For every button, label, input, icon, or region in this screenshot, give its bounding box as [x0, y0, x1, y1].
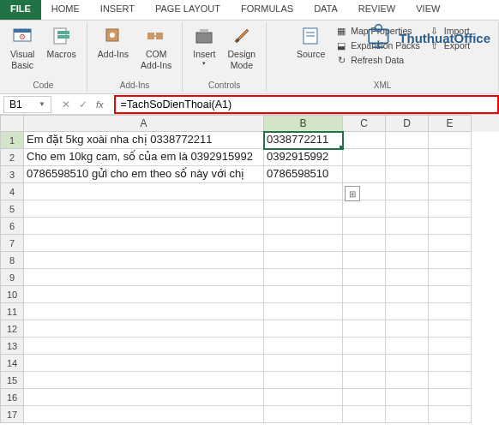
- row-header[interactable]: 13: [0, 337, 24, 355]
- accept-formula-icon[interactable]: ✓: [79, 99, 87, 111]
- tab-review[interactable]: REVIEW: [348, 0, 406, 20]
- cell-c6[interactable]: [343, 218, 386, 235]
- row-header[interactable]: 16: [0, 389, 24, 406]
- cell-a6[interactable]: [24, 218, 264, 235]
- cell-a12[interactable]: [24, 320, 264, 337]
- cell-e13[interactable]: [429, 337, 472, 355]
- cell-d12[interactable]: [386, 320, 429, 337]
- cell-a3[interactable]: 0786598510 gửi cho em theo số này với ch…: [24, 166, 264, 183]
- export-button[interactable]: ⇧ Export: [425, 39, 473, 52]
- cell-e8[interactable]: [429, 252, 472, 269]
- cell-d4[interactable]: [386, 183, 429, 200]
- cell-e16[interactable]: [429, 389, 472, 406]
- import-button[interactable]: ⇩ Import: [425, 24, 473, 38]
- cell-b8[interactable]: [264, 252, 343, 269]
- cell-b12[interactable]: [264, 320, 343, 337]
- expansion-packs-button[interactable]: ⬓ Expansion Packs: [332, 39, 424, 52]
- cell-c14[interactable]: [343, 355, 386, 372]
- chevron-down-icon[interactable]: ▼: [39, 100, 45, 108]
- cell-a1[interactable]: Em đặt 5kg xoài nha chị 0338772211: [24, 132, 264, 149]
- cell-c8[interactable]: [343, 252, 386, 269]
- macros-button[interactable]: Macros: [41, 24, 81, 79]
- cell-c13[interactable]: [343, 337, 386, 355]
- tab-data[interactable]: DATA: [304, 0, 348, 20]
- cell-c7[interactable]: [343, 235, 386, 252]
- cell-a14[interactable]: [24, 355, 264, 372]
- cell-d6[interactable]: [386, 218, 429, 235]
- cell-c9[interactable]: [343, 269, 386, 286]
- cell-b16[interactable]: [264, 389, 343, 406]
- cell-c16[interactable]: [343, 389, 386, 406]
- cell-b13[interactable]: [264, 337, 343, 355]
- cell-a2[interactable]: Cho em 10kg cam, số của em là 0392915992: [24, 149, 264, 166]
- tab-file[interactable]: FILE: [0, 0, 41, 20]
- row-header[interactable]: 12: [0, 320, 24, 337]
- row-header[interactable]: 10: [0, 286, 24, 303]
- cell-c17[interactable]: [343, 406, 386, 423]
- row-header[interactable]: 7: [0, 235, 24, 252]
- cell-e10[interactable]: [429, 286, 472, 303]
- cell-c11[interactable]: [343, 303, 386, 320]
- row-header[interactable]: 15: [0, 372, 24, 389]
- cell-c1[interactable]: [343, 132, 386, 149]
- tab-insert[interactable]: INSERT: [90, 0, 145, 20]
- cell-d15[interactable]: [386, 372, 429, 389]
- row-header[interactable]: 17: [0, 406, 24, 423]
- map-properties-button[interactable]: ▦ Map Properties: [332, 24, 424, 38]
- cell-d7[interactable]: [386, 235, 429, 252]
- cell-a5[interactable]: [24, 200, 264, 218]
- cell-e5[interactable]: [429, 200, 472, 218]
- column-header-e[interactable]: E: [429, 115, 472, 132]
- autofill-options-icon[interactable]: ⊞: [345, 186, 360, 201]
- cell-c2[interactable]: [343, 149, 386, 166]
- cell-c15[interactable]: [343, 372, 386, 389]
- cell-a13[interactable]: [24, 337, 264, 355]
- cell-e6[interactable]: [429, 218, 472, 235]
- row-header[interactable]: 11: [0, 303, 24, 320]
- fill-handle[interactable]: [340, 146, 343, 149]
- tab-home[interactable]: HOME: [41, 0, 90, 20]
- cell-a16[interactable]: [24, 389, 264, 406]
- cell-d5[interactable]: [386, 200, 429, 218]
- refresh-data-button[interactable]: ↻ Refresh Data: [332, 53, 424, 67]
- cell-b1[interactable]: 0338772211: [264, 132, 343, 149]
- cell-d17[interactable]: [386, 406, 429, 423]
- cell-d1[interactable]: [386, 132, 429, 149]
- name-box[interactable]: B1 ▼: [3, 96, 51, 113]
- cell-c12[interactable]: [343, 320, 386, 337]
- column-header-a[interactable]: A: [24, 115, 264, 132]
- cell-e11[interactable]: [429, 303, 472, 320]
- cell-e4[interactable]: [429, 183, 472, 200]
- row-header[interactable]: 6: [0, 218, 24, 235]
- tab-page-layout[interactable]: PAGE LAYOUT: [145, 0, 231, 20]
- cell-b5[interactable]: [264, 200, 343, 218]
- cell-e14[interactable]: [429, 355, 472, 372]
- cell-e17[interactable]: [429, 406, 472, 423]
- cell-d8[interactable]: [386, 252, 429, 269]
- row-header[interactable]: 5: [0, 200, 24, 218]
- cell-b10[interactable]: [264, 286, 343, 303]
- cell-c3[interactable]: [343, 166, 386, 183]
- cell-e7[interactable]: [429, 235, 472, 252]
- formula-input[interactable]: [114, 95, 499, 114]
- column-header-b[interactable]: B: [264, 115, 343, 132]
- cell-b4[interactable]: [264, 183, 343, 200]
- addins-button[interactable]: Add-Ins: [93, 24, 134, 79]
- cell-a15[interactable]: [24, 372, 264, 389]
- cell-a7[interactable]: [24, 235, 264, 252]
- cell-e12[interactable]: [429, 320, 472, 337]
- cell-e3[interactable]: [429, 166, 472, 183]
- select-all-corner[interactable]: [0, 115, 24, 132]
- fx-icon[interactable]: fx: [96, 99, 104, 110]
- cell-d11[interactable]: [386, 303, 429, 320]
- insert-control-button[interactable]: Insert ▾: [188, 24, 220, 79]
- cell-b11[interactable]: [264, 303, 343, 320]
- cell-d16[interactable]: [386, 389, 429, 406]
- cell-a8[interactable]: [24, 252, 264, 269]
- cell-d14[interactable]: [386, 355, 429, 372]
- cell-d10[interactable]: [386, 286, 429, 303]
- row-header[interactable]: 14: [0, 355, 24, 372]
- cell-c5[interactable]: [343, 200, 386, 218]
- source-button[interactable]: Source: [292, 24, 330, 62]
- cell-d3[interactable]: [386, 166, 429, 183]
